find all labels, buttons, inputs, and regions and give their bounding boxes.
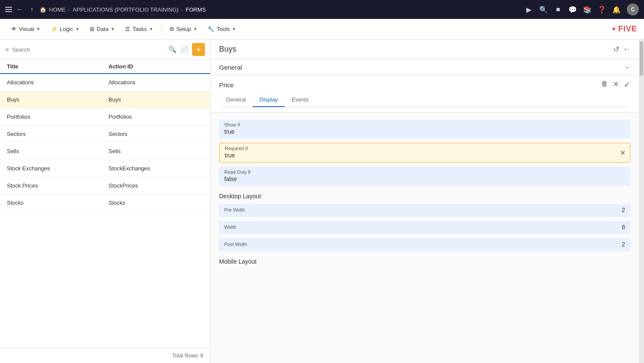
setup-icon: ⚙ [169, 26, 174, 32]
top-nav-left: ← ↑ 🏠 HOME › APPLICATIONS (PORTFOLIO TRA… [5, 5, 521, 14]
data-icon: ⊞ [90, 26, 95, 32]
pre-width-inner[interactable]: Pre Width 2 [219, 204, 630, 217]
search-input[interactable] [12, 46, 165, 53]
panel-header-icons: ↺ ← [613, 45, 630, 53]
field-panel: Price 🗑 ✕ ✓ General Display Events [211, 76, 639, 113]
visual-label: Visual [19, 26, 34, 32]
cell-action: Buys [102, 96, 204, 103]
cell-title: Allocations [7, 79, 102, 86]
tab-events[interactable]: Events [285, 93, 316, 107]
five-logo-text: FIVE [618, 25, 637, 34]
tab-general[interactable]: General [219, 93, 253, 107]
cell-action: Sectors [102, 131, 204, 137]
cell-title: Stock Prices [7, 182, 102, 189]
toolbar-tasks[interactable]: ☰ Tasks ▼ [121, 23, 157, 35]
add-button[interactable]: + [192, 43, 205, 56]
chat-icon[interactable]: 💬 [568, 5, 577, 14]
visual-icon: 👁 [11, 26, 17, 32]
read-only-if-value: false [224, 175, 625, 182]
panel-title: Buys [219, 45, 236, 54]
section-title: General [219, 64, 242, 71]
table-row[interactable]: Portfolios Portfolios [0, 108, 210, 126]
right-panel: Buys ↺ ← General ← Price 🗑 [211, 40, 644, 363]
books-icon[interactable]: 📚 [583, 5, 592, 14]
breadcrumb-app[interactable]: APPLICATIONS (PORTFOLIO TRAINING) [73, 6, 178, 13]
breadcrumb-forms[interactable]: FORMS [186, 6, 206, 13]
help-icon[interactable]: ❓ [598, 5, 606, 14]
tasks-icon: ☰ [125, 26, 130, 32]
delete-icon[interactable]: 🗑 [601, 80, 608, 89]
table-row[interactable]: Stock Exchanges StockExchanges [0, 160, 210, 177]
tab-display[interactable]: Display [253, 93, 285, 107]
table-row[interactable]: Stock Prices StockPrices [0, 177, 210, 194]
toolbar-visual[interactable]: 👁 Visual ▼ [7, 23, 45, 35]
cell-action: Stocks [102, 200, 204, 206]
read-only-if-label: Read Only If [224, 169, 625, 175]
refresh-icon[interactable]: ↺ [613, 45, 619, 53]
hamburger-menu[interactable] [5, 7, 12, 12]
toolbar-logic[interactable]: ⚡ Logic ▼ [46, 23, 84, 35]
tasks-arrow: ▼ [149, 27, 153, 31]
data-label: Data [97, 26, 108, 32]
scrollbar-thumb [640, 41, 643, 76]
table-row[interactable]: Sectors Sectors [0, 126, 210, 143]
left-panel: ≡ 🔍 📄 + Title Action ID Allocations Allo… [0, 40, 211, 363]
user-avatar[interactable]: C [627, 3, 639, 15]
breadcrumb-home[interactable]: HOME [49, 6, 66, 13]
post-width-value: 2 [622, 241, 625, 248]
post-width-inner[interactable]: Post Width 2 [219, 238, 630, 251]
read-only-if-inner[interactable]: Read Only If false [219, 167, 630, 186]
required-if-clear[interactable]: ✕ [620, 149, 626, 157]
cell-title: Buys [7, 96, 102, 103]
up-button[interactable]: ↑ [27, 5, 36, 14]
toolbar-sep [161, 24, 162, 34]
total-rows-label: Total Rows: 8 [172, 353, 203, 359]
toolbar-tools[interactable]: 🔧 Tools ▼ [203, 23, 240, 35]
cell-action: Allocations [102, 79, 204, 86]
document-icon[interactable]: 📄 [180, 46, 189, 54]
cell-title: Sells [7, 148, 102, 154]
show-if-inner[interactable]: Show If true [219, 120, 630, 138]
collapse-icon[interactable]: ← [625, 64, 630, 71]
table-row[interactable]: Buys Buys [0, 91, 210, 108]
tasks-label: Tasks [132, 26, 147, 32]
required-if-value: true [225, 152, 625, 159]
content-area: Show If true Required If true ✕ [211, 113, 639, 363]
tools-label: Tools [217, 26, 229, 32]
table-header: Title Action ID [0, 60, 210, 74]
top-nav-right: ▶ 🔍 ■ 💬 📚 ❓ 🔔 C [525, 3, 639, 15]
right-panel-main: Buys ↺ ← General ← Price 🗑 [211, 40, 639, 363]
back-panel-icon[interactable]: ← [623, 45, 630, 53]
width-inner[interactable]: Width 8 [219, 221, 630, 234]
field-actions: 🗑 ✕ ✓ [601, 80, 630, 89]
width-label: Width [224, 225, 236, 230]
tabs: General Display Events [219, 93, 630, 107]
table-row[interactable]: Allocations Allocations [0, 74, 210, 91]
search-icon[interactable]: 🔍 [168, 46, 177, 53]
search-nav-icon[interactable]: 🔍 [539, 5, 548, 14]
col-action-header: Action ID [102, 63, 204, 70]
play-icon[interactable]: ▶ [525, 5, 533, 14]
cell-title: Stock Exchanges [7, 165, 102, 172]
stop-icon[interactable]: ■ [554, 5, 562, 14]
breadcrumb-sep-2: › [181, 6, 183, 13]
tools-arrow: ▼ [232, 27, 236, 31]
check-icon[interactable]: ✓ [624, 80, 630, 89]
read-only-if-field: Read Only If false [219, 167, 630, 186]
pre-width-field: Pre Width 2 [219, 204, 630, 217]
table-footer: Total Rows: 8 [0, 348, 210, 363]
table-row[interactable]: Sells Sells [0, 143, 210, 160]
right-scrollbar[interactable] [639, 40, 644, 363]
bell-icon[interactable]: 🔔 [612, 5, 621, 14]
field-name: Price [219, 81, 234, 89]
toolbar-setup[interactable]: ⚙ Setup ▼ [165, 23, 202, 35]
main-layout: ≡ 🔍 📄 + Title Action ID Allocations Allo… [0, 40, 644, 363]
required-if-inner[interactable]: Required If true ✕ [219, 143, 630, 163]
toolbar-data[interactable]: ⊞ Data ▼ [85, 23, 119, 35]
visual-arrow: ▼ [36, 27, 40, 31]
required-if-label: Required If [225, 146, 625, 151]
cell-action: StockPrices [102, 182, 204, 189]
table-row[interactable]: Stocks Stocks [0, 194, 210, 212]
close-icon[interactable]: ✕ [613, 80, 619, 89]
back-button[interactable]: ← [15, 5, 24, 14]
